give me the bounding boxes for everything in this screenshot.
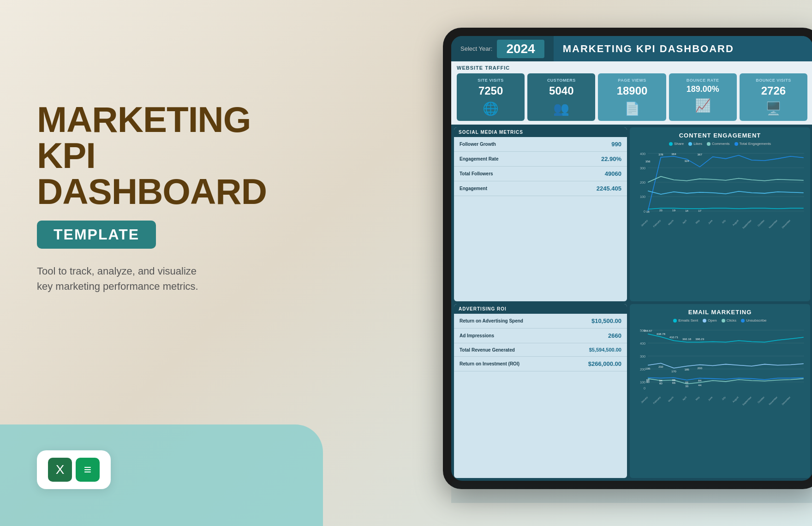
legend-clicks: Clicks: [722, 318, 736, 323]
svg-text:January: January: [640, 219, 649, 227]
svg-text:33: 33: [685, 384, 688, 388]
tablet-header: Select Year: 2024 MARKETING KPI DASHBOAR…: [451, 36, 812, 61]
svg-text:19: 19: [672, 209, 675, 212]
bounce-rate-label: BOUNCE RATE: [687, 78, 719, 83]
header-title: MARKETING KPI DASHBOARD: [563, 43, 734, 55]
year-selector: Select Year: 2024: [451, 36, 554, 61]
svg-text:March: March: [668, 396, 675, 403]
app-icons: X ≡: [37, 450, 111, 489]
website-traffic-section: WEBSITE TRAFFIC SITE VISITS 7250 🌐 CUSTO…: [451, 61, 812, 125]
svg-text:April: April: [682, 219, 687, 225]
excel-icon: X: [48, 458, 72, 482]
svg-text:January: January: [640, 395, 649, 404]
roas-row: Return on Advertising Spend $10,500.00: [454, 314, 627, 329]
svg-text:May: May: [695, 395, 700, 400]
svg-text:300: 300: [640, 166, 645, 170]
ad-roi-header: ADVERTISING ROI: [454, 304, 627, 314]
svg-text:378: 378: [658, 153, 663, 156]
ad-impressions-value: 2660: [608, 332, 621, 339]
roas-label: Return on Advertising Spend: [460, 318, 523, 323]
svg-text:April: April: [682, 396, 687, 401]
left-panel: MARKETING KPI DASHBOARD TEMPLATE Tool to…: [37, 102, 295, 294]
svg-text:400: 400: [640, 152, 645, 156]
svg-text:170: 170: [671, 370, 676, 373]
bounce-rate-card: BOUNCE RATE 189.00% 📈: [669, 73, 737, 121]
customers-card: CUSTOMERS 5040 👥: [527, 73, 595, 121]
social-media-block: SOCIAL MEDIA METRICS Follower Growth 990…: [454, 127, 627, 301]
follower-growth-row: Follower Growth 990: [454, 137, 627, 152]
svg-text:November: November: [768, 219, 778, 229]
svg-text:88: 88: [646, 378, 650, 382]
site-visits-icon: 🌐: [483, 101, 499, 116]
roi-row: Return on Investment (ROI) $266,000.00: [454, 357, 627, 371]
email-marketing-title: EMAIL MARKETING: [633, 309, 806, 316]
svg-text:364: 364: [671, 152, 676, 155]
tablet-body: WEBSITE TRAFFIC SITE VISITS 7250 🌐 CUSTO…: [451, 61, 812, 481]
svg-text:200: 200: [640, 180, 645, 185]
svg-text:June: June: [707, 219, 713, 225]
svg-text:December: December: [781, 219, 791, 229]
svg-text:185: 185: [684, 368, 689, 371]
header-title-area: MARKETING KPI DASHBOARD: [554, 36, 812, 61]
customers-label: CUSTOMERS: [547, 78, 576, 83]
site-visits-label: SITE VISITS: [478, 78, 504, 83]
subtitle: Tool to track, analyze, and visualizekey…: [37, 263, 295, 294]
svg-text:300: 300: [640, 354, 645, 359]
svg-text:88: 88: [672, 378, 675, 382]
svg-text:August: August: [732, 395, 739, 403]
bounce-rate-value: 189.00%: [687, 84, 719, 94]
svg-text:396.23: 396.23: [695, 337, 705, 341]
svg-text:392.16: 392.16: [682, 337, 692, 341]
total-followers-value: 49060: [605, 170, 621, 177]
bounce-visits-icon: 🖥️: [765, 101, 782, 116]
svg-text:June: June: [707, 396, 713, 401]
svg-text:367: 367: [698, 153, 703, 156]
svg-text:66: 66: [685, 381, 688, 384]
page-views-icon: 📄: [624, 101, 640, 116]
roi-value: $266,000.00: [588, 360, 621, 367]
engagement-rate-row: Engagement Rate 22.90%: [454, 152, 627, 167]
total-followers-label: Total Followers: [460, 171, 493, 176]
main-title: MARKETING KPI DASHBOARD: [37, 102, 295, 209]
email-marketing-legend: Emails Sent Open Clicks: [633, 318, 806, 323]
roi-label: Return on Investment (ROI): [460, 361, 519, 366]
svg-text:84: 84: [698, 379, 701, 382]
svg-text:210: 210: [658, 365, 663, 368]
total-followers-row: Total Followers 49060: [454, 167, 627, 181]
svg-text:466.67: 466.67: [644, 329, 653, 332]
svg-text:August: August: [732, 219, 739, 226]
title-line1: MARKETING: [37, 99, 251, 140]
legend-unsubscribe: Unsubscribe: [741, 318, 766, 323]
svg-text:17: 17: [698, 209, 701, 212]
engagement-row: Engagement 2245.405: [454, 181, 627, 196]
svg-text:14: 14: [685, 209, 688, 212]
email-marketing-block: EMAIL MARKETING Emails Sent Open: [630, 304, 810, 478]
engagement-label: Engagement: [460, 186, 487, 191]
svg-text:410.71: 410.71: [669, 335, 679, 339]
svg-text:February: February: [652, 395, 661, 404]
engagement-rate-label: Engagement Rate: [460, 156, 498, 161]
svg-text:23: 23: [659, 209, 663, 212]
total-revenue-value: $5,594,500.00: [589, 347, 621, 353]
bounce-rate-icon: 📈: [695, 98, 711, 113]
svg-text:438.78: 438.78: [657, 332, 666, 335]
svg-text:October: October: [757, 219, 765, 227]
legend-comments: Comments: [707, 142, 730, 146]
tablet-frame: Select Year: 2024 MARKETING KPI DASHBOAR…: [443, 28, 812, 489]
email-marketing-chart: 500 400 300 200 100 0: [633, 325, 806, 402]
year-label: Select Year:: [460, 45, 492, 52]
svg-text:November: November: [768, 396, 778, 406]
svg-text:July: July: [721, 219, 726, 224]
content-engagement-chart: 400 300 200 100 0: [633, 149, 806, 226]
total-revenue-row: Total Revenue Generated $5,594,500.00: [454, 343, 627, 357]
customers-icon: 👥: [553, 101, 569, 116]
bounce-visits-value: 2726: [761, 84, 786, 97]
svg-text:July: July: [721, 395, 726, 400]
svg-text:324: 324: [684, 159, 689, 162]
svg-text:66: 66: [672, 381, 675, 384]
year-value: 2024: [497, 40, 544, 58]
svg-text:44: 44: [698, 383, 701, 387]
content-engagement-legend: Share Likes Comments: [633, 142, 806, 146]
site-visits-card: SITE VISITS 7250 🌐: [457, 73, 525, 121]
social-media-header: SOCIAL MEDIA METRICS: [454, 127, 627, 137]
